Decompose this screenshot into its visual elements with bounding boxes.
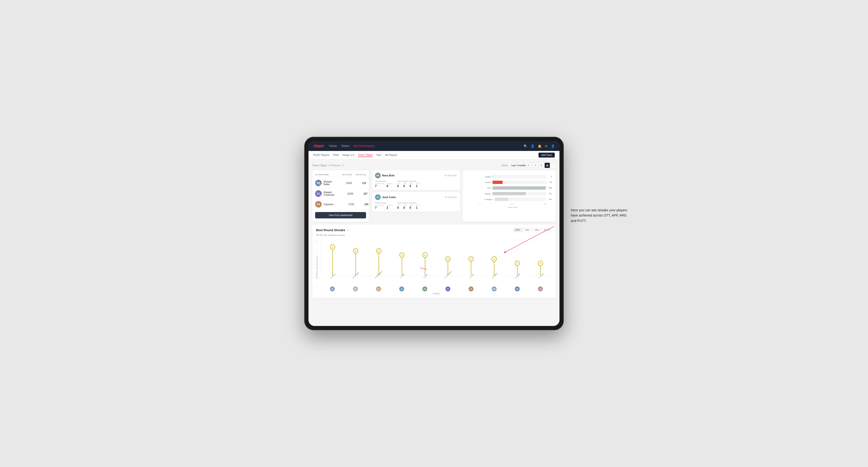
search-icon[interactable]: 🔍 bbox=[524, 144, 527, 148]
stat-ott-0: 0 bbox=[397, 184, 401, 188]
grid-view-btn[interactable]: ☷ bbox=[533, 163, 538, 168]
streak-bubble-1: 6x bbox=[353, 248, 358, 253]
lb-row-2[interactable]: EC 2 Edward Crossman 18/20 107 bbox=[312, 188, 369, 199]
streak-chart-container: Best Streak, Fairway Accuracy 8 6 4 2 0 bbox=[316, 240, 552, 295]
lb-avg-3: 103 bbox=[354, 203, 368, 206]
settings-icon[interactable]: ⚙ bbox=[545, 144, 548, 148]
streak-subtitle: Off The Tee, Fairway Accuracy bbox=[316, 234, 552, 236]
chart-panel: Eagles 3 Birdies bbox=[463, 170, 556, 222]
streak-avatar-1: BM bbox=[353, 286, 358, 291]
annotation: Here you can see streaks your players ha… bbox=[571, 208, 632, 223]
card-header-josh: JC Josh Coles 26 Aug 2023 bbox=[375, 194, 457, 200]
streak-tabs: OTT APP ARG PUTT bbox=[514, 228, 552, 232]
streak-names-row: E. EbertB. McHargD. BillinghamJ. ColesR.… bbox=[321, 276, 552, 286]
leaderboard-panel: PLAYER NAME PB SCORE PB AVG SQ RB 1 bbox=[312, 170, 369, 222]
card-date-rees: 02 Sep 2023 bbox=[445, 174, 457, 177]
streak-avatar-4: RB bbox=[422, 286, 427, 291]
annotation-text: Here you can see streaks your players ha… bbox=[571, 208, 632, 223]
bar-row-pars: Pars 499 bbox=[479, 186, 546, 190]
streak-tab-app[interactable]: APP bbox=[523, 228, 531, 232]
streak-avatars-row: EEBMDBJCRBECDFMMRBCQ bbox=[321, 286, 552, 291]
lb-col-score: PB SCORE bbox=[333, 174, 352, 176]
player-info-2: EC 2 Edward Crossman bbox=[315, 190, 335, 197]
nav-icons: 🔍 👤 🔔 ⚙ 👤 bbox=[524, 144, 555, 148]
stat-group-rounds: Total Rounds Tournament 7 Practice bbox=[375, 180, 393, 188]
players-x-label: Players bbox=[321, 292, 552, 295]
view-full-leaderboard-btn[interactable]: View Full Leaderboard bbox=[315, 212, 366, 218]
lb-score-1: 19/20 bbox=[333, 182, 352, 184]
bar-chart: Eagles 3 Birdies bbox=[465, 175, 553, 213]
lb-header: PLAYER NAME PB SCORE PB AVG SQ bbox=[312, 173, 369, 177]
stat-label-activities: Total Practice Activities bbox=[397, 180, 420, 182]
streak-col-5: 4x bbox=[437, 240, 460, 275]
lb-row-1[interactable]: RB 1 Richard Butler 19/20 110 bbox=[312, 178, 369, 188]
streak-avatar-7: MM bbox=[492, 286, 497, 291]
lb-col-player: PLAYER NAME bbox=[315, 174, 333, 176]
player-info-1: RB 1 Richard Butler bbox=[315, 180, 333, 186]
edit-icon[interactable]: ✎ bbox=[342, 164, 344, 167]
stat-sub-practice: Practice bbox=[386, 183, 393, 184]
stat-app-0: 0 bbox=[403, 184, 407, 188]
rank-badge-1: 1 bbox=[319, 184, 322, 186]
card-date-josh: 26 Aug 2023 bbox=[445, 196, 457, 198]
card-name-josh: Josh Coles bbox=[382, 196, 396, 198]
streak-col-4: 5x bbox=[413, 240, 437, 275]
streak-col-8: 3x bbox=[506, 240, 529, 275]
streak-avatar-6: DF bbox=[468, 286, 474, 291]
subnav-pga[interactable]: PGA bbox=[333, 154, 339, 157]
card-stats-rees: Total Rounds Tournament 7 Practice bbox=[375, 180, 457, 188]
streak-bubble-2: 6x bbox=[376, 248, 381, 253]
streak-col-6: 4x bbox=[460, 240, 483, 275]
card-view-btn[interactable]: ▦ bbox=[545, 163, 550, 168]
streaks-header: Best Round Streaks ← OTT APP ARG PUTT bbox=[316, 228, 552, 232]
show-select[interactable]: Last 3 months bbox=[509, 163, 531, 168]
subnav-pgat[interactable]: PGAT Players bbox=[313, 154, 330, 157]
add-team-button[interactable]: Add Team bbox=[538, 153, 555, 158]
navbar: clippd Home Teams My Performance 🔍 👤 🔔 ⚙… bbox=[309, 141, 559, 151]
subnav-team-clippd[interactable]: Team Clippd bbox=[358, 153, 372, 157]
streak-col-0: 7x bbox=[321, 240, 344, 275]
avatar-icon[interactable]: 👤 bbox=[551, 144, 555, 148]
nav-my-performance[interactable]: My Performance bbox=[353, 144, 374, 148]
user-icon[interactable]: 👤 bbox=[531, 144, 534, 148]
lb-row-3[interactable]: CA 3 Cameron... 17/20 103 bbox=[312, 199, 369, 210]
streaks-arrow-icon: ← bbox=[347, 228, 350, 232]
streak-columns: 7x6x6x5x5x4x4x4x3x3x bbox=[321, 240, 552, 275]
stat-group-practice: Total Practice Activities OTT 0 APP bbox=[397, 180, 420, 188]
player-name-1: Richard Butler bbox=[323, 181, 333, 186]
tablet-frame: clippd Home Teams My Performance 🔍 👤 🔔 ⚙… bbox=[304, 137, 564, 330]
streak-avatar-2: DB bbox=[376, 286, 381, 291]
streak-bubble-3: 5x bbox=[399, 252, 404, 257]
nav-teams[interactable]: Teams bbox=[341, 144, 349, 148]
streak-col-1: 6x bbox=[344, 240, 367, 275]
chart-x-label: Total Shots bbox=[479, 206, 546, 209]
player-name-3: Cameron... bbox=[323, 203, 335, 206]
bell-icon[interactable]: 🔔 bbox=[538, 144, 541, 148]
subnav-tour[interactable]: Tour bbox=[376, 154, 381, 157]
bar-row-dbogeys: D. Bogeys + 131 bbox=[479, 198, 546, 201]
lb-score-3: 17/20 bbox=[335, 203, 354, 206]
main-content: Team Clippd 14 Players ✎ Show Last 3 mon… bbox=[309, 159, 559, 326]
rank-badge-3: 3 bbox=[319, 205, 322, 208]
table-view-btn[interactable]: ⋮ bbox=[551, 163, 556, 168]
list-view-btn[interactable]: ☰ bbox=[539, 163, 544, 168]
streak-avatar-9: CQ bbox=[538, 286, 543, 291]
streak-tab-putt[interactable]: PUTT bbox=[542, 228, 552, 232]
streak-bubble-6: 4x bbox=[468, 256, 474, 261]
nav-home[interactable]: Home bbox=[329, 144, 337, 148]
stat-val-tournament: 7 bbox=[375, 184, 384, 188]
subnav-all-players[interactable]: All Players bbox=[385, 154, 398, 157]
streak-tab-ott[interactable]: OTT bbox=[514, 228, 522, 232]
streak-tab-arg[interactable]: ARG bbox=[532, 228, 541, 232]
card-name-rees: Rees Britt bbox=[382, 174, 394, 177]
subnav-hcaps[interactable]: Hcaps 1-5 bbox=[342, 154, 354, 157]
show-label: Show bbox=[502, 164, 507, 167]
streak-avatar-5: EC bbox=[445, 286, 451, 291]
card-header-rees: RB Rees Britt 02 Sep 2023 bbox=[375, 173, 457, 178]
streak-bubble-0: 7x bbox=[330, 244, 335, 250]
two-col-layout: PLAYER NAME PB SCORE PB AVG SQ RB 1 bbox=[312, 170, 556, 222]
streak-col-3: 5x bbox=[390, 240, 413, 275]
streak-y-label: Best Streak, Fairway Accuracy bbox=[316, 256, 318, 279]
team-title: Team Clippd 14 Players bbox=[312, 164, 341, 167]
stat-sub-tournament: Tournament bbox=[375, 183, 384, 184]
